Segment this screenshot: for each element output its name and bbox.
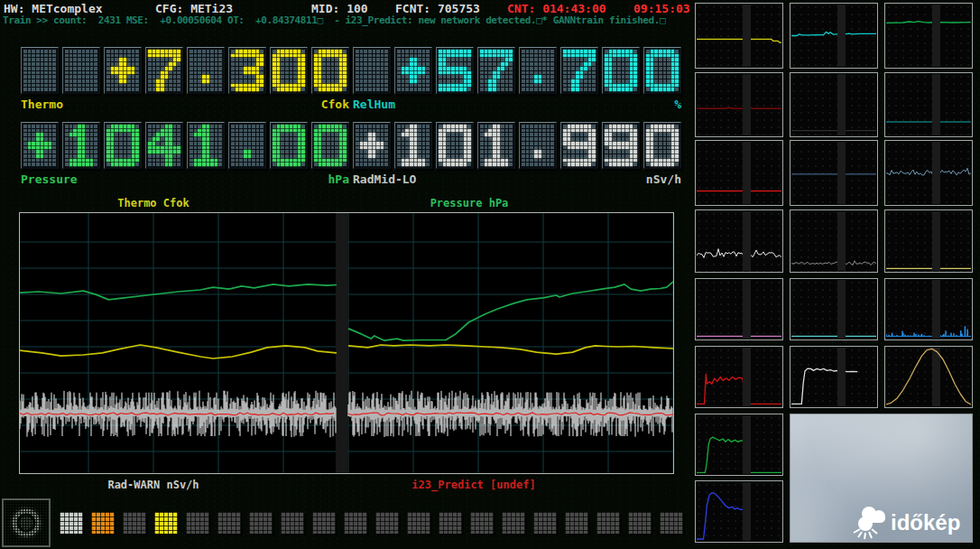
led-cell [145,47,183,94]
mini-chart-r2c2[interactable] [790,72,878,137]
mini-chart-r2c3[interactable] [884,72,973,137]
led-display-thermo: ThermoCfok [21,47,349,111]
mini-chart-r3c1[interactable] [695,140,783,206]
cursor-band [837,74,846,135]
led-cells [353,47,681,94]
led-unit-radmid: nSv/h [646,172,681,186]
led-matrix-indicator[interactable] [2,498,51,547]
status-block-18[interactable] [596,512,620,534]
led-label-relhum: RelHum [353,98,395,111]
status-block-10[interactable] [344,512,367,534]
mini-chart-r7c1[interactable] [695,414,783,476]
led-cell [436,122,474,169]
cursor-band [743,482,752,541]
status-block-15[interactable] [502,512,525,534]
led-cell [228,47,266,94]
cursor-band [743,5,752,67]
led-cell [187,122,225,169]
mini-chart-r5c3[interactable] [884,278,973,340]
cloud-sun-icon [854,507,885,539]
cfg-label: CFG: METi23 [155,2,233,15]
cursor-band [932,142,941,204]
led-cell [270,47,308,94]
mini-chart-r1c1[interactable] [695,3,783,69]
hw-label: HW: METcomplex [4,2,103,15]
status-block-19[interactable] [628,512,652,534]
led-label-thermo: Thermo [21,98,63,111]
status-block-17[interactable] [565,512,588,534]
status-block-5[interactable] [186,512,209,534]
status-block-4[interactable] [154,512,178,534]
led-label-radmid: RadMid-LO [353,172,416,186]
main-chart [19,212,674,474]
led-cells [21,122,349,169]
mini-chart-r6c1[interactable] [695,346,783,408]
cursor-band [837,211,846,271]
chart-title-thermo: Thermo Cfok [90,197,217,209]
led-cell [560,47,598,94]
led-cell [62,47,100,94]
led-display-radmid: RadMid-LOnSv/h [353,122,681,186]
led-cell [21,47,59,94]
mini-chart-r5c1[interactable] [695,278,783,340]
mini-chart-r4c1[interactable] [695,209,783,273]
status-block-14[interactable] [470,512,494,534]
led-cell [602,122,640,169]
status-block-16[interactable] [533,512,557,534]
status-block-8[interactable] [281,512,304,534]
led-cell [104,122,142,169]
cursor-band [837,5,846,67]
led-display-pressure: PressurehPa [21,122,349,186]
led-cell [145,122,183,169]
led-label-pressure: Pressure [21,172,78,186]
cursor-band [932,5,941,67]
mini-chart-r5c2[interactable] [790,278,878,340]
status-block-13[interactable] [439,512,462,534]
cursor-band [837,142,846,204]
status-block-1[interactable] [60,512,83,534]
cursor-band [932,280,941,339]
idokep-logo-text: időkép [891,510,960,535]
chart-title-pressure: Pressure hPa [406,197,532,209]
led-cell [311,122,349,169]
status-block-2[interactable] [91,512,115,534]
status-block-6[interactable] [217,512,241,534]
led-cell [477,122,515,169]
cursor-band [837,348,846,406]
mini-chart-r4c3[interactable] [884,209,973,273]
mini-chart-r3c3[interactable] [884,140,973,206]
cnt-counter: CNT: 014:43:00 [507,2,606,15]
idokep-logo: időkép [849,502,968,540]
status-block-11[interactable] [375,512,399,534]
status-block-9[interactable] [312,512,336,534]
clock: 09:15:03 [633,2,690,15]
led-cell [519,122,557,169]
cursor-band [932,74,941,135]
mini-chart-r1c3[interactable] [884,3,973,69]
status-block-7[interactable] [249,512,273,534]
led-cell [394,47,432,94]
led-cell [353,47,391,94]
webcam-panel[interactable]: időkép [790,414,973,543]
led-unit-pressure: hPa [328,172,349,186]
status-block-12[interactable] [407,512,430,534]
mini-chart-r6c2[interactable] [790,346,878,408]
status-block-20[interactable] [660,512,683,534]
mini-chart-r2c1[interactable] [695,72,783,137]
mini-chart-r3c2[interactable] [790,140,878,206]
mini-chart-r1c2[interactable] [790,3,878,69]
cursor-band [743,74,752,135]
mini-chart-r8c1[interactable] [695,480,783,543]
status-block-3[interactable] [123,512,146,534]
mid-label: MID: 100 [311,2,368,15]
led-cell [643,47,681,94]
cursor-band [743,415,752,474]
led-cell [311,47,349,94]
led-cell [602,47,640,94]
mini-chart-r4c2[interactable] [790,209,878,273]
mini-chart-r6c3[interactable] [884,346,973,408]
led-cell [187,47,225,94]
led-unit-relhum: % [674,98,681,111]
led-unit-thermo: Cfok [321,98,349,111]
led-cell [436,47,474,94]
